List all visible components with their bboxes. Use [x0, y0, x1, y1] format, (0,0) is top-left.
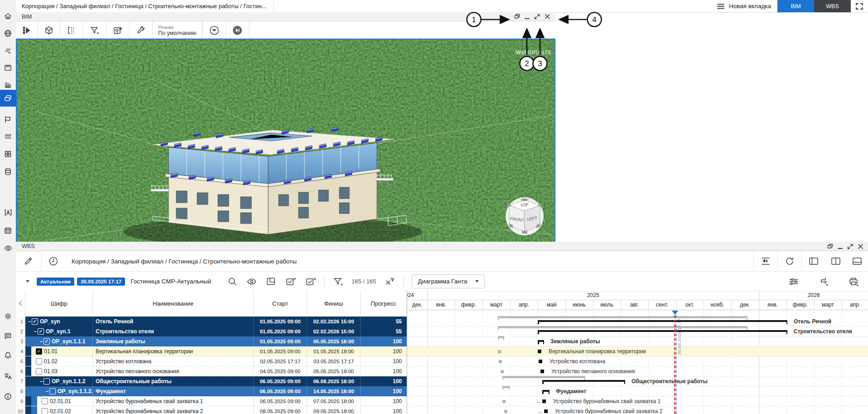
filter-button[interactable]: [83, 21, 106, 39]
row-checkbox[interactable]: ✓: [32, 318, 38, 325]
row-checkbox[interactable]: ✓: [36, 348, 42, 355]
row-checkbox[interactable]: [42, 408, 48, 414]
check-all-button[interactable]: [285, 276, 297, 287]
history-button[interactable]: [42, 251, 65, 271]
visibility-button[interactable]: [246, 276, 257, 287]
row-checkbox[interactable]: ✓: [38, 328, 44, 335]
sidebar-item-activity[interactable]: [0, 42, 16, 58]
row-checkbox[interactable]: [49, 388, 56, 395]
table-row[interactable]: 7−OP_syn.1.1.2Общестроительные работы06.…: [16, 376, 407, 386]
sidebar-item-notifications[interactable]: [0, 347, 16, 363]
sidebar-item-kanban[interactable]: [0, 59, 16, 76]
wbs-tab-button[interactable]: WBS: [814, 0, 851, 12]
table-row[interactable]: 2−✓OP_syn.1Строительство отеля01.05.2025…: [16, 326, 407, 336]
table-row[interactable]: 1002.01.02Устройство буронабивных свай з…: [16, 406, 407, 414]
gantt-task-bar[interactable]: [538, 350, 541, 353]
restore-window-icon[interactable]: [826, 243, 834, 250]
minimize-window-icon[interactable]: [524, 13, 530, 20]
table-row[interactable]: 3−✓OP_syn.1.1.1Земляные работы01.05.2025…: [16, 336, 407, 346]
menu-icon[interactable]: [716, 2, 725, 11]
wbs-breadcrumb[interactable]: Корпорация / Западный филиал / Гостиница…: [72, 258, 297, 265]
restore-window-icon[interactable]: [513, 13, 521, 20]
sidebar-item-attributes[interactable]: [0, 204, 16, 220]
expand-toggle-icon[interactable]: −: [39, 379, 43, 384]
add-view-button[interactable]: [106, 21, 130, 39]
sync-button[interactable]: [203, 21, 226, 39]
plan-name[interactable]: Гостиница СМР-Актуальный: [130, 278, 211, 285]
columns-button[interactable]: [265, 276, 277, 287]
print-button[interactable]: [848, 276, 859, 287]
table-row[interactable]: 902.01.01Устройство буронабивных свай за…: [16, 396, 407, 406]
uncheck-all-button[interactable]: [305, 276, 317, 287]
expand-toggle-icon[interactable]: −: [39, 339, 43, 344]
row-checkbox[interactable]: [36, 358, 42, 365]
fullscreen-icon[interactable]: [854, 2, 864, 11]
gantt-summary-bar[interactable]: [542, 380, 625, 382]
3d-viewport[interactable]: WebGPU 176 TOP FRONT LEFT: [16, 39, 555, 243]
gantt-summary-bar[interactable]: [538, 340, 544, 342]
column-header-name[interactable]: Наименование: [93, 290, 254, 317]
expand-toggle-icon[interactable]: −: [45, 389, 49, 394]
expand-window-icon[interactable]: [533, 13, 541, 20]
layout-bottom-button[interactable]: [846, 251, 868, 271]
gantt-settings-button[interactable]: [788, 276, 800, 287]
table-row[interactable]: 1−✓OP_synОтель Речной01.05.2025 09:0002.…: [16, 317, 407, 326]
sidebar-item-flag[interactable]: [0, 111, 16, 127]
expand-caret-icon[interactable]: [26, 280, 29, 282]
expand-toggle-icon[interactable]: −: [27, 319, 32, 324]
layout-left-button[interactable]: [801, 251, 825, 271]
column-header-progress[interactable]: Прогресс: [361, 290, 407, 317]
section-button[interactable]: [60, 21, 83, 39]
gantt-summary-bar[interactable]: [538, 330, 787, 332]
sidebar-item-database[interactable]: [0, 163, 16, 180]
row-checkbox[interactable]: ✓: [43, 338, 50, 345]
expand-toggle-icon[interactable]: −: [33, 329, 38, 334]
mode-selector[interactable]: Режим По умолчанию: [153, 21, 203, 39]
navigation-cube[interactable]: TOP FRONT LEFT: [503, 195, 546, 238]
sidebar-item-calendar[interactable]: [0, 222, 16, 239]
gantt-summary-bar[interactable]: [538, 320, 787, 322]
row-checkbox[interactable]: [43, 378, 50, 385]
minimize-window-icon[interactable]: [837, 243, 844, 250]
gantt-task-bar[interactable]: [539, 360, 542, 363]
column-header-start[interactable]: Старт: [254, 290, 307, 317]
breadcrumb[interactable]: Корпорация / Западный филиал / Гостиница…: [22, 3, 267, 10]
tools-button[interactable]: [130, 21, 153, 39]
clear-filter-button[interactable]: [384, 276, 395, 287]
gantt-task-bar[interactable]: [542, 399, 546, 403]
sidebar-item-home[interactable]: [0, 8, 16, 24]
refresh-button[interactable]: [777, 251, 801, 271]
table-row[interactable]: 601.03Устройство песчаного основания04.0…: [16, 366, 407, 376]
search-button[interactable]: [227, 276, 238, 287]
sidebar-item-layers[interactable]: [0, 90, 16, 107]
model-tree-button[interactable]: [16, 21, 38, 39]
bim-tab-button[interactable]: BIM: [777, 0, 814, 12]
gantt-chart[interactable]: 2024дек.2025янв.февр.мартапр.майиюньиюль…: [407, 290, 868, 414]
gantt-summary-bar[interactable]: [542, 390, 550, 392]
sidebar-item-globe[interactable]: [0, 25, 16, 41]
edit-button[interactable]: [16, 251, 42, 271]
sidebar-item-theme[interactable]: [0, 308, 16, 324]
layout-split-button[interactable]: [825, 251, 846, 271]
autofit-button[interactable]: [753, 251, 777, 271]
gantt-task-bar[interactable]: [540, 370, 544, 373]
sidebar-item-chat[interactable]: [0, 327, 16, 344]
row-checkbox[interactable]: [42, 398, 48, 404]
row-checkbox[interactable]: [36, 368, 42, 375]
column-header-code[interactable]: Шифр: [25, 290, 93, 317]
column-header-finish[interactable]: Финиш: [307, 290, 361, 317]
table-row[interactable]: 501.02Устройство котлована02.05.2025 17:…: [16, 356, 407, 366]
gantt-task-bar[interactable]: [544, 409, 548, 413]
expand-window-icon[interactable]: [846, 243, 854, 250]
filter-button[interactable]: [333, 276, 344, 287]
close-window-icon[interactable]: [857, 243, 864, 250]
sidebar-item-language[interactable]: [0, 368, 16, 384]
links-display-button[interactable]: [818, 276, 829, 287]
play-button[interactable]: [226, 21, 249, 39]
view-mode-select[interactable]: Диаграмма Ганта: [412, 274, 485, 288]
sidebar-item-hatch[interactable]: [0, 128, 16, 145]
new-tab-label[interactable]: Новая вкладка: [729, 3, 771, 10]
sidebar-item-visibility[interactable]: [0, 240, 16, 256]
table-row[interactable]: 4✓01.01Вертикальная планировка территори…: [16, 346, 407, 356]
collapse-columns-button[interactable]: [16, 290, 25, 317]
